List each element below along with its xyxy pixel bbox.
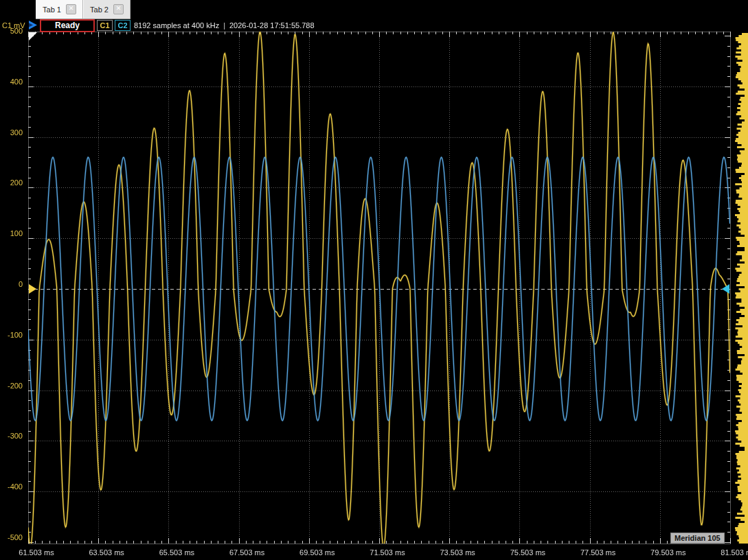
y-tick-label: 500 (0, 27, 23, 35)
y-tick-label: -500 (0, 533, 23, 541)
y-tick-label: 100 (0, 229, 23, 237)
x-tick-label: 69.503 ms (293, 548, 341, 557)
oscilloscope-window: Tab 1 ✕ Tab 2 ✕ C1 mV Ready C1 C2 8192 s… (0, 0, 748, 560)
samples-text: 8192 samples at 400 kHz (134, 21, 219, 30)
x-tick-label: 73.503 ms (433, 548, 481, 557)
y-tick-label: 300 (0, 128, 23, 137)
x-tick-label: 63.503 ms (82, 548, 131, 557)
x-tick-label: 77.503 ms (574, 548, 622, 557)
device-badge-text: Meridian 105 (675, 534, 721, 542)
timestamp: 2026-01-28 17:51:55.788 (229, 21, 315, 30)
tab-2[interactable]: Tab 2 ✕ (83, 0, 131, 19)
y-tick-label: -100 (0, 331, 23, 339)
run-arrow-icon[interactable] (28, 20, 38, 30)
tab-2-close-icon[interactable]: ✕ (113, 4, 124, 14)
x-tick-label: 61.503 ms (12, 548, 60, 557)
tab-2-label: Tab 2 (90, 5, 109, 14)
x-tick-label: 81.503 ms (714, 548, 748, 557)
y-tick-label: -300 (0, 432, 23, 440)
y-tick-label: -200 (0, 382, 23, 390)
waveform-display[interactable] (0, 0, 748, 560)
tab-1-label: Tab 1 (43, 5, 61, 14)
y-tick-label: 200 (0, 178, 23, 187)
acquisition-info: 8192 samples at 400 kHz|2026-01-28 17:51… (134, 21, 315, 30)
separator: | (223, 21, 225, 30)
y-tick-label: 400 (0, 78, 23, 86)
channel-2-label: C2 (117, 21, 127, 30)
tab-1-close-icon[interactable]: ✕ (66, 4, 76, 14)
y-tick-label: 0 (0, 280, 23, 288)
channel-1-label: C1 (100, 21, 109, 30)
x-tick-label: 75.503 ms (503, 548, 552, 557)
tab-1[interactable]: Tab 1 ✕ (36, 0, 83, 19)
device-badge: Meridian 105 (670, 533, 725, 544)
x-tick-label: 71.503 ms (363, 548, 411, 557)
x-tick-label: 65.503 ms (152, 548, 201, 557)
tab-bar: Tab 1 ✕ Tab 2 ✕ (36, 0, 131, 19)
status-badge: Ready (40, 19, 95, 32)
x-tick-label: 67.503 ms (223, 548, 271, 557)
status-text: Ready (55, 21, 80, 30)
channel-2-button[interactable]: C2 (115, 20, 131, 31)
channel-1-button[interactable]: C1 (97, 20, 113, 31)
x-tick-label: 79.503 ms (644, 548, 692, 557)
y-tick-label: -400 (0, 482, 23, 491)
